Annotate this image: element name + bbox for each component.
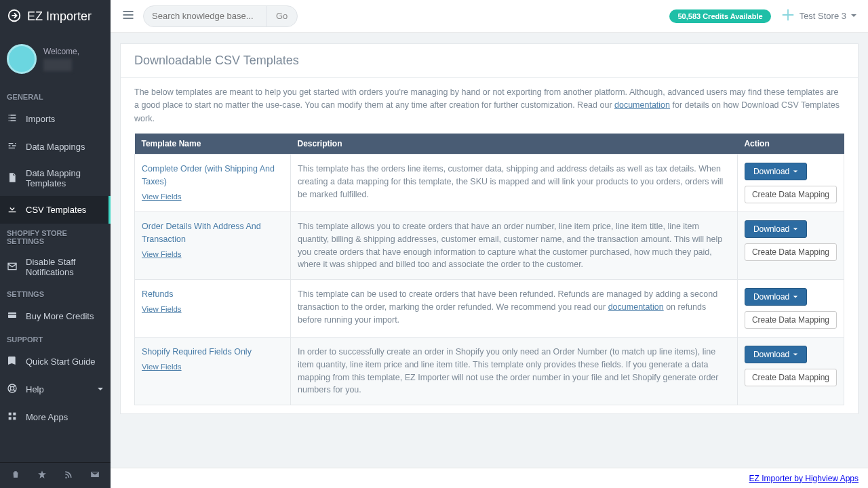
sidebar-item-label: More Apps: [26, 412, 68, 422]
chevron-down-icon: [850, 11, 857, 21]
template-name: Complete Order (with Shipping And Taxes): [142, 163, 283, 188]
store-label: Test Store 3: [800, 11, 846, 21]
book-icon: [7, 355, 18, 368]
sidebar-item-label: Disable Staff Notifications: [26, 257, 104, 277]
star-icon[interactable]: [37, 470, 47, 481]
sidebar-item-buy-more-credits[interactable]: Buy More Credits: [0, 302, 111, 330]
sidebar-item-disable-staff-notifications[interactable]: Disable Staff Notifications: [0, 249, 111, 285]
intro-doc-link[interactable]: documentation: [614, 100, 670, 110]
footer-link[interactable]: EZ Importer by Highview Apps: [749, 474, 859, 483]
avatar: [7, 44, 37, 74]
list-icon: [7, 113, 18, 125]
template-description: This template allows you to create order…: [291, 212, 738, 280]
grid-icon: [7, 411, 18, 424]
col-template-name: Template Name: [135, 134, 291, 155]
caret-down-icon: [793, 167, 798, 176]
username-masked: [43, 59, 72, 71]
caret-down-icon: [793, 224, 798, 234]
svg-rect-7: [13, 413, 16, 415]
page-title: Downloadable CSV Templates: [121, 44, 858, 78]
brand: EZ Importer: [0, 0, 111, 33]
template-name: Order Details With Address And Transacti…: [142, 220, 283, 246]
panel: Downloadable CSV Templates The below tem…: [120, 43, 859, 414]
svg-point-5: [10, 386, 14, 390]
sidebar-footer: [0, 462, 111, 488]
template-description: In order to successfully create an order…: [291, 338, 738, 405]
sidebar-item-label: Imports: [26, 114, 55, 124]
store-selector[interactable]: Test Store 3: [781, 7, 857, 24]
view-fields-link[interactable]: View Fields: [142, 361, 182, 373]
sidebar-item-label: Data Mappings: [26, 142, 85, 152]
search-input[interactable]: [144, 11, 266, 21]
svg-rect-6: [9, 413, 12, 415]
table-row: RefundsView FieldsThis template can be u…: [135, 280, 844, 338]
sidebar-item-quick-start-guide[interactable]: Quick Start Guide: [0, 348, 111, 375]
download-button[interactable]: Download: [745, 220, 807, 238]
download-button[interactable]: Download: [745, 163, 807, 180]
download-button[interactable]: Download: [745, 346, 807, 363]
desc-doc-link[interactable]: documentation: [608, 302, 664, 312]
credits-badge: 50,583 Credits Available: [669, 9, 770, 23]
sidebar-item-csv-templates[interactable]: CSV Templates: [0, 196, 111, 224]
sidebar-item-label: Data Mapping Templates: [26, 168, 104, 188]
bag-icon[interactable]: [11, 470, 20, 481]
template-name: Shopify Required Fields Only: [142, 346, 283, 359]
brand-title: EZ Importer: [27, 9, 92, 24]
main-content: Downloadable CSV Templates The below tem…: [111, 33, 868, 468]
col-description: Description: [291, 134, 738, 155]
view-fields-link[interactable]: View Fields: [142, 249, 182, 260]
templates-table: Template Name Description Action Complet…: [134, 134, 844, 405]
topbar: Go 50,583 Credits Available Test Store 3: [111, 0, 868, 33]
section-label: SUPPORT: [0, 330, 111, 348]
template-name: Refunds: [142, 288, 283, 301]
menu-toggle-icon[interactable]: [121, 8, 135, 24]
svg-rect-2: [8, 312, 16, 318]
table-row: Complete Order (with Shipping And Taxes)…: [135, 155, 844, 212]
svg-rect-9: [13, 417, 16, 420]
brand-logo-icon: [7, 8, 22, 25]
page-footer: EZ Importer by Highview Apps: [111, 468, 868, 488]
section-label: SHOPIFY STORE SETTINGS: [0, 224, 111, 249]
section-label: GENERAL: [0, 87, 111, 105]
sidebar-item-label: Buy More Credits: [26, 311, 94, 321]
sidebar-item-imports[interactable]: Imports: [0, 105, 111, 133]
download-icon: [7, 203, 18, 216]
store-plus-icon: [781, 7, 795, 24]
template-description: This template can be used to create orde…: [291, 280, 738, 338]
create-data-mapping-button[interactable]: Create Data Mapping: [745, 243, 837, 261]
view-fields-link[interactable]: View Fields: [142, 304, 182, 315]
user-block: Welcome,: [0, 33, 111, 87]
sidebar: EZ Importer Welcome, GENERALImportsData …: [0, 0, 111, 488]
section-label: SETTINGS: [0, 285, 111, 302]
create-data-mapping-button[interactable]: Create Data Mapping: [745, 186, 837, 203]
envelope-icon: [7, 261, 18, 274]
col-action: Action: [737, 134, 844, 155]
svg-rect-3: [8, 314, 16, 314]
envelope-icon[interactable]: [90, 470, 100, 481]
create-data-mapping-button[interactable]: Create Data Mapping: [745, 369, 837, 386]
welcome-block: Welcome,: [43, 47, 79, 71]
search-go-button[interactable]: Go: [266, 6, 297, 26]
sidebar-item-data-mapping-templates[interactable]: Data Mapping Templates: [0, 161, 111, 196]
template-description: This template has the orders line items,…: [291, 155, 738, 212]
caret-down-icon: [793, 350, 798, 359]
sidebar-item-more-apps[interactable]: More Apps: [0, 403, 111, 431]
document-icon: [7, 172, 18, 185]
welcome-text: Welcome,: [43, 47, 79, 56]
sidebar-item-label: CSV Templates: [26, 205, 86, 215]
life-ring-icon: [7, 383, 18, 396]
sliders-icon: [7, 140, 18, 153]
create-data-mapping-button[interactable]: Create Data Mapping: [745, 311, 837, 329]
sidebar-item-data-mappings[interactable]: Data Mappings: [0, 133, 111, 161]
rss-icon[interactable]: [64, 470, 73, 481]
view-fields-link[interactable]: View Fields: [142, 191, 182, 203]
download-button[interactable]: Download: [745, 288, 807, 306]
chevron-down-icon: [97, 384, 104, 394]
caret-down-icon: [793, 292, 798, 302]
card-icon: [7, 310, 18, 323]
intro-text: The below templates are meant to help yo…: [134, 86, 844, 125]
sidebar-item-help[interactable]: Help: [0, 375, 111, 403]
table-row: Order Details With Address And Transacti…: [135, 212, 844, 280]
search-box: Go: [143, 5, 298, 27]
svg-rect-8: [9, 417, 12, 420]
